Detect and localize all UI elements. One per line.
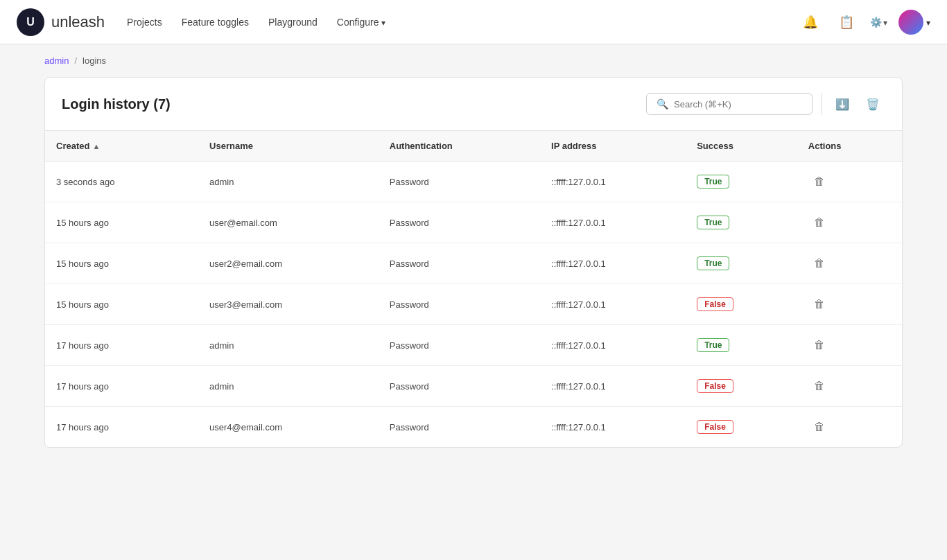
main-content: Login history (7) 🔍 ⬇️ 🗑️ Created: [0, 77, 947, 481]
delete-all-button[interactable]: 🗑️: [860, 91, 885, 116]
logo-area[interactable]: U unleash: [17, 8, 105, 36]
cell-success: False: [686, 366, 797, 407]
nav-link-feature-toggles[interactable]: Feature toggles: [182, 17, 249, 28]
cell-username: admin: [198, 325, 379, 366]
col-authentication: Authentication: [379, 131, 540, 161]
table-header: Created ▲ Username Authentication IP add…: [45, 131, 902, 161]
cell-username: admin: [198, 161, 379, 202]
card-header: Login history (7) 🔍 ⬇️ 🗑️: [45, 78, 902, 130]
delete-row-button[interactable]: 🗑: [808, 295, 831, 313]
cell-actions: 🗑: [797, 366, 902, 407]
nav-link-projects[interactable]: Projects: [127, 17, 162, 28]
cell-created: 15 hours ago: [45, 202, 198, 243]
login-history-table: Created ▲ Username Authentication IP add…: [45, 131, 902, 447]
gear-icon: ⚙️: [870, 17, 882, 28]
col-created[interactable]: Created ▲: [45, 131, 198, 161]
cell-authentication: Password: [379, 202, 540, 243]
cell-username: admin: [198, 366, 379, 407]
nav-link-configure[interactable]: Configure: [337, 17, 386, 28]
logo-icon: U: [17, 8, 44, 36]
success-badge: True: [697, 338, 729, 352]
nav-links: Projects Feature toggles Playground Conf…: [127, 17, 385, 28]
cell-success: True: [686, 325, 797, 366]
sort-icon: ▲: [92, 142, 100, 150]
delete-row-button[interactable]: 🗑: [808, 418, 831, 436]
table-row: 17 hours ago admin Password ::ffff:127.0…: [45, 325, 902, 366]
cell-created: 3 seconds ago: [45, 161, 198, 202]
delete-row-button[interactable]: 🗑: [808, 377, 831, 395]
user-area[interactable]: [898, 10, 930, 35]
cell-actions: 🗑: [797, 243, 902, 284]
settings-area[interactable]: ⚙️: [870, 17, 887, 28]
table-row: 17 hours ago user4@email.com Password ::…: [45, 407, 902, 448]
search-icon: 🔍: [657, 98, 668, 110]
configure-chevron-icon: [381, 17, 385, 28]
table-row: 17 hours ago admin Password ::ffff:127.0…: [45, 366, 902, 407]
cell-actions: 🗑: [797, 161, 902, 202]
cell-authentication: Password: [379, 243, 540, 284]
breadcrumb: admin / logins: [0, 44, 947, 77]
success-badge: True: [697, 216, 729, 229]
docs-button[interactable]: 📋: [834, 10, 859, 35]
user-chevron-icon: [926, 17, 930, 28]
settings-chevron-icon: [883, 17, 887, 28]
search-input[interactable]: [674, 99, 802, 110]
table-row: 3 seconds ago admin Password ::ffff:127.…: [45, 161, 902, 202]
cell-success: True: [686, 202, 797, 243]
cell-success: True: [686, 161, 797, 202]
navbar-left: U unleash Projects Feature toggles Playg…: [17, 8, 385, 36]
cell-authentication: Password: [379, 161, 540, 202]
success-badge: False: [697, 379, 733, 393]
cell-created: 17 hours ago: [45, 325, 198, 366]
nav-link-playground[interactable]: Playground: [268, 17, 318, 28]
cell-authentication: Password: [379, 366, 540, 407]
cell-actions: 🗑: [797, 202, 902, 243]
table-wrap: Created ▲ Username Authentication IP add…: [45, 130, 902, 447]
cell-created: 15 hours ago: [45, 284, 198, 325]
cell-ip-address: ::ffff:127.0.0.1: [540, 202, 686, 243]
col-actions: Actions: [797, 131, 902, 161]
col-username: Username: [198, 131, 379, 161]
table-row: 15 hours ago user2@email.com Password ::…: [45, 243, 902, 284]
cell-ip-address: ::ffff:127.0.0.1: [540, 161, 686, 202]
cell-authentication: Password: [379, 407, 540, 448]
table-row: 15 hours ago user3@email.com Password ::…: [45, 284, 902, 325]
cell-username: user4@email.com: [198, 407, 379, 448]
breadcrumb-current: logins: [82, 55, 106, 66]
search-box[interactable]: 🔍: [646, 93, 813, 115]
col-success: Success: [686, 131, 797, 161]
table-body: 3 seconds ago admin Password ::ffff:127.…: [45, 161, 902, 448]
cell-username: user@email.com: [198, 202, 379, 243]
cell-actions: 🗑: [797, 407, 902, 448]
cell-authentication: Password: [379, 325, 540, 366]
delete-row-button[interactable]: 🗑: [808, 173, 831, 191]
breadcrumb-separator: /: [74, 55, 77, 66]
navbar: U unleash Projects Feature toggles Playg…: [0, 0, 947, 44]
app-name: unleash: [51, 13, 105, 31]
cell-authentication: Password: [379, 284, 540, 325]
cell-ip-address: ::ffff:127.0.0.1: [540, 407, 686, 448]
delete-row-button[interactable]: 🗑: [808, 213, 831, 231]
success-badge: True: [697, 256, 729, 270]
login-history-card: Login history (7) 🔍 ⬇️ 🗑️ Created: [44, 77, 903, 448]
notifications-button[interactable]: 🔔: [798, 10, 823, 35]
cell-success: False: [686, 407, 797, 448]
delete-row-button[interactable]: 🗑: [808, 336, 831, 354]
cell-username: user2@email.com: [198, 243, 379, 284]
divider: [821, 93, 822, 115]
page-title: Login history (7): [62, 96, 171, 112]
delete-row-button[interactable]: 🗑: [808, 254, 831, 272]
breadcrumb-parent[interactable]: admin: [44, 55, 69, 66]
cell-success: True: [686, 243, 797, 284]
cell-ip-address: ::ffff:127.0.0.1: [540, 325, 686, 366]
cell-actions: 🗑: [797, 325, 902, 366]
cell-ip-address: ::ffff:127.0.0.1: [540, 243, 686, 284]
cell-created: 17 hours ago: [45, 407, 198, 448]
cell-created: 17 hours ago: [45, 366, 198, 407]
navbar-right: 🔔 📋 ⚙️: [798, 10, 930, 35]
cell-success: False: [686, 284, 797, 325]
download-button[interactable]: ⬇️: [830, 91, 855, 116]
success-badge: False: [697, 297, 733, 311]
cell-ip-address: ::ffff:127.0.0.1: [540, 366, 686, 407]
card-actions: 🔍 ⬇️ 🗑️: [646, 91, 885, 116]
